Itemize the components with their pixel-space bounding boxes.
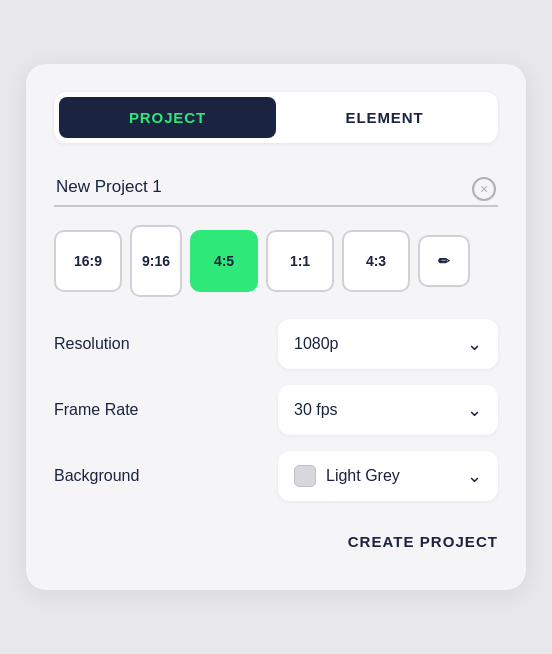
create-project-button[interactable]: CREATE PROJECT	[348, 525, 498, 558]
tab-element[interactable]: ELEMENT	[276, 97, 493, 138]
aspect-16-9[interactable]: 16:9	[54, 230, 122, 292]
background-value-row: Light Grey	[294, 465, 400, 487]
aspect-9-16[interactable]: 9:16	[130, 225, 182, 297]
edit-aspect-button[interactable]: ✏	[418, 235, 470, 287]
aspect-ratio-row: 16:9 9:16 4:5 1:1 4:3 ✏	[54, 225, 498, 297]
frame-rate-chevron-icon: ⌄	[467, 399, 482, 421]
resolution-dropdown[interactable]: 1080p ⌄	[278, 319, 498, 369]
frame-rate-value: 30 fps	[294, 401, 338, 419]
main-card: PROJECT ELEMENT × 16:9 9:16 4:5 1:1 4:3 …	[26, 64, 526, 590]
tab-project[interactable]: PROJECT	[59, 97, 276, 138]
aspect-1-1[interactable]: 1:1	[266, 230, 334, 292]
project-name-row: ×	[54, 171, 498, 207]
frame-rate-dropdown[interactable]: 30 fps ⌄	[278, 385, 498, 435]
tab-bar: PROJECT ELEMENT	[54, 92, 498, 143]
clear-icon: ×	[480, 181, 488, 197]
background-chevron-icon: ⌄	[467, 465, 482, 487]
edit-icon: ✏	[438, 253, 450, 269]
resolution-label: Resolution	[54, 335, 130, 353]
background-value: Light Grey	[326, 467, 400, 485]
clear-button[interactable]: ×	[472, 177, 496, 201]
footer: CREATE PROJECT	[54, 525, 498, 558]
resolution-chevron-icon: ⌄	[467, 333, 482, 355]
project-name-input[interactable]	[54, 171, 498, 207]
resolution-value: 1080p	[294, 335, 339, 353]
aspect-4-5[interactable]: 4:5	[190, 230, 258, 292]
frame-rate-label: Frame Rate	[54, 401, 138, 419]
background-row: Background Light Grey ⌄	[54, 451, 498, 501]
aspect-4-3[interactable]: 4:3	[342, 230, 410, 292]
background-label: Background	[54, 467, 139, 485]
background-swatch	[294, 465, 316, 487]
background-dropdown[interactable]: Light Grey ⌄	[278, 451, 498, 501]
frame-rate-row: Frame Rate 30 fps ⌄	[54, 385, 498, 435]
resolution-row: Resolution 1080p ⌄	[54, 319, 498, 369]
